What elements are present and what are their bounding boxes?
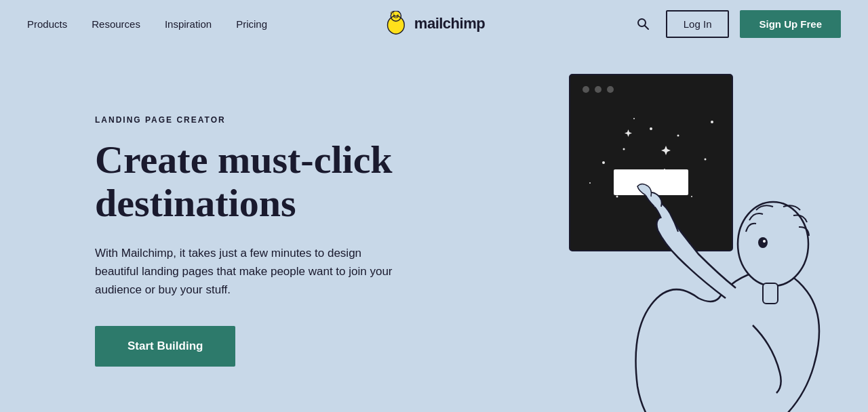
logo[interactable]: mailchimp	[383, 11, 485, 37]
start-building-button[interactable]: Start Building	[95, 326, 235, 367]
svg-point-14	[623, 148, 625, 150]
svg-point-19	[633, 118, 635, 119]
svg-point-21	[616, 196, 618, 198]
svg-point-12	[607, 86, 614, 93]
navbar: Products Resources Inspiration Pricing m…	[0, 0, 868, 47]
svg-point-10	[583, 86, 589, 93]
svg-point-23	[589, 182, 591, 184]
hero-body-text: With Mailchimp, it takes just a few minu…	[95, 244, 393, 300]
svg-point-27	[763, 240, 766, 243]
search-icon	[636, 17, 650, 30]
nav-right: Log In Sign Up Free	[631, 10, 841, 38]
signup-button[interactable]: Sign Up Free	[740, 10, 841, 38]
hero-title: Create must-click destinations	[95, 138, 420, 225]
svg-point-15	[677, 135, 679, 137]
svg-line-8	[645, 26, 648, 29]
hero-section: LANDING PAGE CREATOR Create must-click d…	[0, 47, 868, 412]
hero-content: LANDING PAGE CREATOR Create must-click d…	[95, 88, 420, 367]
logo-text: mailchimp	[414, 15, 485, 33]
nav-left: Products Resources Inspiration Pricing	[27, 18, 267, 30]
nav-products[interactable]: Products	[27, 18, 67, 30]
nav-inspiration[interactable]: Inspiration	[165, 18, 212, 30]
nav-pricing[interactable]: Pricing	[236, 18, 267, 30]
svg-point-13	[650, 127, 652, 130]
svg-point-11	[595, 86, 601, 93]
illustration-svg	[515, 61, 868, 412]
svg-point-22	[691, 196, 692, 197]
mailchimp-logo-icon	[383, 11, 409, 37]
hero-illustration	[515, 61, 868, 412]
svg-point-20	[711, 121, 713, 123]
svg-point-17	[602, 161, 605, 164]
login-button[interactable]: Log In	[666, 10, 730, 38]
svg-point-26	[758, 237, 768, 248]
svg-rect-9	[570, 75, 732, 251]
svg-point-18	[705, 159, 707, 161]
search-button[interactable]	[631, 12, 655, 36]
nav-resources[interactable]: Resources	[92, 18, 140, 30]
hero-label: LANDING PAGE CREATOR	[95, 115, 420, 125]
svg-rect-28	[763, 283, 778, 304]
